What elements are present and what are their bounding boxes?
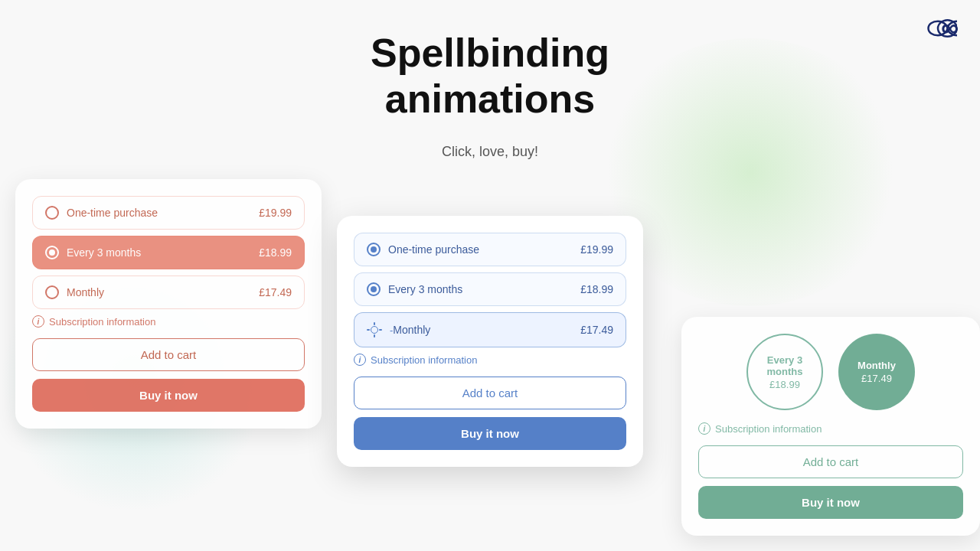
option-one-time-center[interactable]: One-time purchase £19.99	[354, 233, 626, 266]
option-monthly-left[interactable]: Monthly £17.49	[32, 276, 305, 309]
radio-3months-left	[45, 246, 59, 259]
title-line1: Spellbinding	[371, 31, 609, 75]
option-monthly-center[interactable]: -Monthly £17.49	[354, 312, 626, 347]
radio-3months-center	[367, 282, 381, 296]
circle-options-container: Every 3 months £18.99 Monthly £17.49	[698, 334, 963, 410]
infinity-icon: ∞	[941, 14, 959, 42]
add-to-cart-button-left[interactable]: Add to cart	[32, 338, 305, 371]
option-price-3months-left: £18.99	[259, 246, 292, 259]
radio-inner-3months-center	[371, 286, 377, 292]
add-to-cart-button-center[interactable]: Add to cart	[354, 377, 626, 409]
sun-icon	[367, 322, 382, 337]
option-price-one-time-left: £19.99	[259, 207, 292, 219]
option-price-monthly-left: £17.49	[259, 286, 292, 298]
sub-info-center: i Subscription information	[354, 354, 626, 366]
radio-one-time-left	[45, 206, 59, 220]
sub-info-left: i Subscription information	[32, 315, 305, 328]
radio-inner-one-time-center	[371, 246, 377, 253]
page-title: Spellbinding animations	[0, 31, 980, 122]
radio-one-time-center	[367, 243, 381, 256]
option-price-3months-center: £18.99	[580, 283, 613, 295]
card-left: One-time purchase £19.99 Every 3 months …	[15, 179, 322, 429]
info-icon-left: i	[32, 315, 44, 328]
buy-it-now-button-left[interactable]: Buy it now	[32, 379, 305, 412]
circle-label-monthly: Monthly	[858, 360, 896, 371]
option-3months-center[interactable]: Every 3 months £18.99	[354, 272, 626, 306]
radio-monthly-left	[45, 285, 59, 299]
circle-label-3months: Every 3 months	[748, 354, 822, 377]
info-icon-center: i	[354, 354, 366, 366]
sub-info-right: i Subscription information	[698, 422, 963, 435]
option-3months-left[interactable]: Every 3 months £18.99	[32, 236, 305, 269]
option-one-time-left[interactable]: One-time purchase £19.99	[32, 196, 305, 230]
circle-price-3months: £18.99	[769, 379, 800, 390]
circle-price-monthly: £17.49	[861, 373, 892, 384]
card-center: One-time purchase £19.99 Every 3 months …	[337, 216, 643, 467]
option-label-3months-left: Every 3 months	[67, 246, 141, 259]
radio-inner-monthly-left	[49, 289, 55, 295]
option-price-monthly-center: £17.49	[580, 324, 613, 336]
radio-inner-3months-left	[49, 249, 55, 256]
buy-it-now-button-right[interactable]: Buy it now	[698, 486, 963, 519]
option-label-monthly-left: Monthly	[67, 286, 104, 298]
circle-3months[interactable]: Every 3 months £18.99	[746, 334, 823, 410]
option-label-3months-center: Every 3 months	[388, 283, 462, 295]
option-label-one-time-left: One-time purchase	[67, 207, 158, 219]
radio-inner-one-time-left	[49, 210, 55, 216]
option-label-monthly-center: -Monthly	[390, 324, 430, 336]
info-icon-right: i	[698, 422, 710, 435]
circle-monthly[interactable]: Monthly £17.49	[838, 334, 915, 410]
subtitle: Click, love, buy!	[0, 144, 980, 160]
option-price-one-time-center: £19.99	[580, 243, 613, 256]
buy-it-now-button-center[interactable]: Buy it now	[354, 417, 626, 450]
page-header: Spellbinding animations Click, love, buy…	[0, 0, 980, 160]
title-line2: animations	[385, 77, 596, 121]
add-to-cart-button-right[interactable]: Add to cart	[698, 445, 963, 478]
card-right: Every 3 months £18.99 Monthly £17.49 i S…	[681, 317, 980, 536]
option-label-one-time-center: One-time purchase	[388, 243, 479, 256]
